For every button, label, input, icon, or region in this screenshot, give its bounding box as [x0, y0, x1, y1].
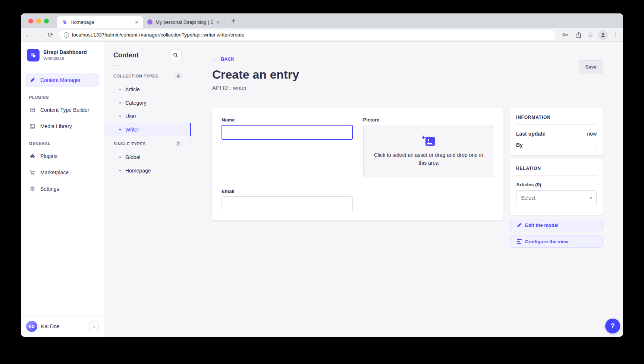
sidebar-item-label: Settings [40, 186, 59, 192]
close-tab-icon[interactable]: × [216, 19, 220, 25]
back-icon[interactable]: ← [25, 32, 32, 38]
collection-types-label: COLLECTION TYPES [113, 74, 158, 78]
name-field-group: Name [222, 117, 353, 177]
bullet-icon [119, 156, 121, 158]
minimize-window-button[interactable] [36, 19, 41, 23]
user-name: Kai Doe [41, 323, 60, 329]
edit-model-button[interactable]: Edit the model [510, 219, 603, 231]
subnav-title: Content [113, 51, 139, 59]
window-controls [28, 19, 49, 23]
sidebar-item-media-library[interactable]: Media Library [25, 120, 100, 133]
name-input[interactable] [222, 125, 353, 140]
bullet-icon [119, 129, 121, 130]
subnav-item-label: Homepage [125, 168, 151, 174]
sidebar-item-label: Content Manager [40, 77, 81, 83]
by-value: - [595, 142, 597, 148]
help-button[interactable]: ? [605, 319, 620, 333]
configure-view-button[interactable]: Configure the view [510, 235, 603, 248]
share-icon[interactable] [575, 31, 583, 38]
collapse-sidebar-button[interactable]: ‹ [89, 322, 99, 331]
workspace-brand[interactable]: Strapi Dashboard Workplace [21, 42, 104, 68]
subnav-item-global[interactable]: Global [104, 151, 191, 164]
site-info-icon[interactable]: i [64, 32, 69, 38]
information-title: INFORMATION [516, 115, 597, 120]
subnav-item-article[interactable]: Article [104, 83, 191, 96]
forward-icon[interactable]: → [37, 32, 43, 38]
last-update-label: Last update [516, 131, 546, 137]
sidebar-item-label: Media Library [40, 123, 72, 129]
subnav-item-writer[interactable]: Writer [104, 123, 191, 136]
sidebar-item-label: Content-Type Builder [40, 107, 89, 113]
close-tab-icon[interactable]: × [135, 19, 138, 25]
sidebar-item-content-manager[interactable]: Content Manager [25, 73, 100, 87]
name-label: Name [222, 117, 353, 123]
bullet-icon [119, 115, 121, 117]
save-button[interactable]: Save [579, 60, 603, 73]
picture-label: Picture [363, 117, 494, 123]
close-window-button[interactable] [28, 19, 33, 23]
sidebar-item-marketplace[interactable]: Marketplace [25, 166, 100, 179]
single-types-count-badge: 2 [175, 141, 182, 147]
gear-icon: ⚙ [29, 186, 36, 192]
subnav-item-label: User [125, 113, 136, 119]
reload-icon[interactable]: ⟳ [48, 32, 53, 38]
divider [113, 65, 122, 66]
browser-profile-avatar[interactable] [598, 30, 608, 40]
url-text: localhost:1337/admin/content-manager/col… [72, 32, 244, 38]
password-key-icon[interactable] [562, 31, 570, 38]
divider [516, 175, 597, 176]
tab-strapi-blog[interactable]: My personal Strapi blog | Strap × [143, 16, 224, 28]
chevron-down-icon: ▾ [590, 196, 592, 200]
address-bar[interactable]: i localhost:1337/admin/content-manager/c… [59, 30, 555, 40]
articles-relation-label: Articles (0) [516, 182, 597, 187]
pencil-icon [517, 223, 522, 228]
email-label: Email [222, 189, 353, 194]
back-link[interactable]: ← BACK [212, 56, 235, 62]
zoom-window-button[interactable] [44, 19, 49, 23]
back-arrow-icon: ← [212, 56, 218, 62]
strapi-favicon [62, 19, 67, 25]
sidebar-item-label: Plugins [40, 153, 57, 159]
browser-menu-icon[interactable]: ⋮ [613, 31, 619, 38]
search-button[interactable] [170, 49, 182, 61]
feather-pen-icon [29, 77, 36, 83]
collection-types-count-badge: 4 [175, 73, 182, 79]
subnav-item-category[interactable]: Category [104, 96, 191, 110]
last-update-value: now [587, 131, 597, 137]
search-icon [173, 53, 178, 58]
sidebar-item-settings[interactable]: ⚙ Settings [25, 182, 100, 196]
add-image-icon [422, 136, 435, 147]
subnav-item-label: Category [125, 100, 147, 106]
sidebar-item-content-type-builder[interactable]: Content-Type Builder [25, 103, 100, 117]
articles-select[interactable]: Select ▾ [516, 190, 597, 205]
user-row[interactable]: KD Kai Doe ‹ [21, 316, 104, 337]
tab-homepage[interactable]: Homepage × [57, 16, 143, 28]
configure-view-label: Configure the view [525, 239, 568, 244]
blog-favicon [147, 19, 153, 25]
sidebar-item-plugins[interactable]: Plugins [25, 149, 100, 163]
puzzle-icon [29, 153, 36, 159]
email-field-group: Email [222, 189, 353, 211]
workspace-subtitle: Workplace [43, 56, 87, 61]
picture-field-group: Picture Click to select an asset or drag… [363, 117, 494, 177]
information-card: INFORMATION Last update now By - [510, 108, 603, 155]
bookmark-star-icon[interactable]: ☆ [588, 31, 593, 39]
layout-icon [29, 107, 36, 113]
new-tab-button[interactable]: + [227, 17, 239, 28]
strapi-admin: Strapi Dashboard Workplace Content Manag… [21, 42, 623, 337]
subnav-item-label: Global [125, 154, 140, 160]
email-input[interactable] [222, 196, 353, 211]
tabs: Homepage × My personal Strapi blog | Str… [57, 13, 239, 28]
relation-title: RELATION [516, 166, 597, 171]
picture-upload-dropzone[interactable]: Click to select an asset or drag and dro… [363, 125, 494, 177]
workspace-title: Strapi Dashboard [43, 49, 87, 55]
subnav-item-homepage[interactable]: Homepage [104, 164, 191, 177]
edit-model-label: Edit the model [525, 222, 559, 228]
single-types-label: SINGLE TYPES [113, 142, 146, 146]
user-avatar: KD [26, 321, 37, 332]
subnav-item-user[interactable]: User [104, 110, 191, 123]
entry-form-card: Name Picture Click to select an asset or… [212, 108, 503, 220]
tab-title: My personal Strapi blog | Strap [155, 19, 213, 25]
tab-separator [226, 19, 226, 25]
bullet-icon [119, 102, 121, 104]
